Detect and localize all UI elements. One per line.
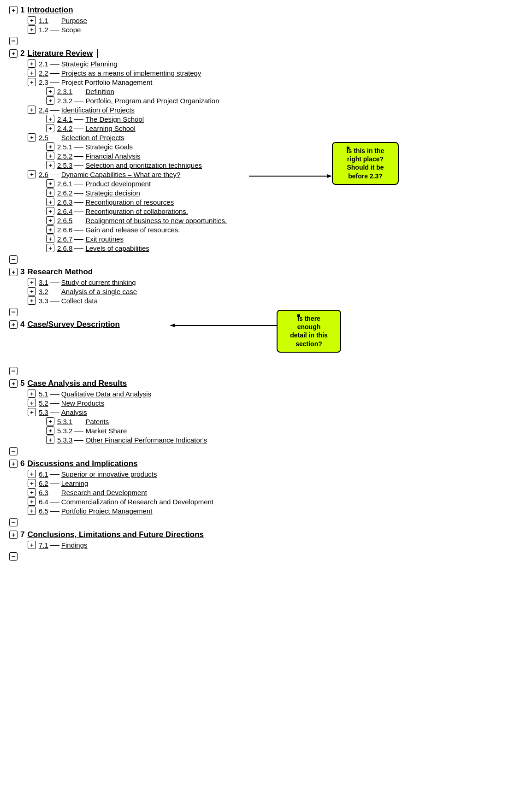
toggle-s6-4[interactable]: +	[28, 497, 36, 506]
s5-3-1-label: 5.3.1Patents	[57, 418, 109, 425]
annotation-bubble-1: Is this in the right place? Should it be…	[332, 142, 399, 185]
toggle-s2[interactable]: +	[9, 49, 18, 58]
toggle-s2-3-2[interactable]: +	[46, 96, 54, 105]
s3-1-label: 3.1Study of current thinking	[39, 278, 136, 286]
s5-number: 5	[20, 379, 24, 388]
section-1: + 1 Introduction + 1.1Purpose + 1.2Scope	[9, 5, 523, 34]
sep-6: −	[9, 518, 523, 526]
s5-1-label: 5.1Qualitative Data and Analysis	[39, 390, 151, 398]
collapse-s7[interactable]: −	[9, 552, 18, 561]
s5-3-label: 5.3Analysis	[39, 408, 87, 416]
s1-number: 1	[20, 6, 24, 15]
toggle-s3-3[interactable]: +	[28, 296, 36, 305]
toggle-s6-5[interactable]: +	[28, 507, 36, 515]
arrow-s4	[175, 321, 290, 330]
toggle-s6-2[interactable]: +	[28, 479, 36, 487]
collapse-s6[interactable]: −	[9, 518, 18, 526]
toggle-s2-6-2[interactable]: +	[46, 189, 54, 197]
annotation-bubble-2: Is there enough detail in this section?	[277, 310, 341, 353]
collapse-s3[interactable]: −	[9, 308, 18, 316]
outline-container: + 1 Introduction + 1.1Purpose + 1.2Scope…	[9, 5, 523, 561]
svg-marker-3	[170, 324, 175, 327]
toggle-s5[interactable]: +	[9, 379, 18, 388]
s1-1-label: 1.1Purpose	[39, 17, 87, 24]
sep-4: −	[9, 367, 523, 375]
toggle-s2-3[interactable]: +	[28, 78, 36, 86]
toggle-s2-2[interactable]: +	[28, 69, 36, 77]
toggle-s2-4-2[interactable]: +	[46, 124, 54, 132]
section-4: + 4 Case/Survey Description Is there eno…	[9, 319, 523, 330]
s2-3-label: 2.3Project Portfolio Management	[39, 78, 152, 86]
toggle-s2-4-1[interactable]: +	[46, 115, 54, 123]
s2-4-2-label: 2.4.2Learning School	[57, 124, 136, 132]
toggle-s2-6-5[interactable]: +	[46, 216, 54, 224]
toggle-s2-5[interactable]: +	[28, 133, 36, 142]
toggle-s2-3-1[interactable]: +	[46, 87, 54, 95]
collapse-s5[interactable]: −	[9, 447, 18, 455]
toggle-s7-1[interactable]: +	[28, 541, 36, 549]
toggle-s5-2[interactable]: +	[28, 399, 36, 407]
toggle-s5-3-3[interactable]: +	[46, 436, 54, 444]
toggle-s3[interactable]: +	[9, 268, 18, 276]
toggle-s6-1[interactable]: +	[28, 470, 36, 478]
s2-6-3-label: 2.6.3Reconfiguration of resources	[57, 198, 174, 206]
s3-2-label: 3.2Analysis of a single case	[39, 288, 137, 295]
toggle-s1-2[interactable]: +	[28, 25, 36, 34]
sep-5: −	[9, 447, 523, 455]
s7-1-label: 7.1Findings	[39, 541, 88, 549]
toggle-s2-6-6[interactable]: +	[46, 225, 54, 234]
toggle-s2-1[interactable]: +	[28, 59, 36, 68]
s2-6-5-label: 2.6.5Realignment of business to new oppo…	[57, 217, 227, 224]
toggle-s5-3-2[interactable]: +	[46, 426, 54, 435]
arrow-s2-6	[249, 172, 341, 182]
toggle-s6-3[interactable]: +	[28, 488, 36, 496]
s1-2-label: 1.2Scope	[39, 26, 81, 34]
toggle-s6[interactable]: +	[9, 460, 18, 468]
s3-number: 3	[20, 267, 24, 277]
s2-5-2-label: 2.5.2Financial Analysis	[57, 152, 141, 160]
toggle-s1-1[interactable]: +	[28, 16, 36, 24]
toggle-s2-6-1[interactable]: +	[46, 179, 54, 188]
toggle-s2-5-3[interactable]: +	[46, 161, 54, 169]
toggle-s1[interactable]: +	[9, 6, 18, 14]
s3-title: Research Method	[27, 267, 93, 277]
toggle-s2-5-2[interactable]: +	[46, 152, 54, 160]
toggle-s3-2[interactable]: +	[28, 287, 36, 295]
s2-6-2-label: 2.6.2Strategic decision	[57, 189, 140, 197]
collapse-s1[interactable]: −	[9, 37, 18, 45]
s5-3-2-label: 5.3.2Market Share	[57, 427, 127, 435]
s1-sub1: + 1.1Purpose	[28, 16, 523, 25]
section-5: + 5 Case Analysis and Results + 5.1Quali…	[9, 378, 523, 444]
toggle-s3-1[interactable]: +	[28, 278, 36, 286]
toggle-s2-6-3[interactable]: +	[46, 198, 54, 206]
toggle-s5-3-1[interactable]: +	[46, 417, 54, 425]
toggle-s2-6-8[interactable]: +	[46, 244, 54, 252]
sep-2: −	[9, 255, 523, 264]
toggle-s2-6-4[interactable]: +	[46, 207, 54, 215]
s2-1-label: 2.1Strategic Planning	[39, 60, 118, 68]
s6-3-label: 6.3Research and Development	[39, 489, 147, 496]
s2-4-label: 2.4Identification of Projects	[39, 106, 135, 114]
toggle-s5-3[interactable]: +	[28, 408, 36, 416]
collapse-s2[interactable]: −	[9, 255, 18, 264]
toggle-s7[interactable]: +	[9, 531, 18, 539]
toggle-s2-6-7[interactable]: +	[46, 235, 54, 243]
toggle-s5-1[interactable]: +	[28, 390, 36, 398]
s1-title: Introduction	[27, 6, 73, 15]
section-2: + 2 Literature Review + 2.1Strategic Pla…	[9, 48, 523, 253]
s2-5-3-label: 2.5.3Selection and prioritization techni…	[57, 161, 202, 169]
s2-5-1-label: 2.5.1Strategic Goals	[57, 143, 133, 151]
s2-6-1-label: 2.6.1Product development	[57, 180, 151, 188]
collapse-s4[interactable]: −	[9, 367, 18, 375]
s6-4-label: 6.4Commercialization of Research and Dev…	[39, 498, 213, 506]
toggle-s2-5-1[interactable]: +	[46, 142, 54, 151]
sep-1: −	[9, 37, 523, 45]
s2-4-1-label: 2.4.1The Design School	[57, 115, 144, 123]
toggle-s4[interactable]: +	[9, 320, 18, 329]
toggle-s2-6[interactable]: +	[28, 170, 36, 178]
svg-marker-1	[327, 174, 332, 178]
toggle-s2-4[interactable]: +	[28, 106, 36, 114]
section-7: + 7 Conclusions, Limitations and Future …	[9, 529, 523, 549]
s4-number: 4	[20, 320, 24, 329]
s2-3-1-label: 2.3.1Definition	[57, 88, 114, 95]
